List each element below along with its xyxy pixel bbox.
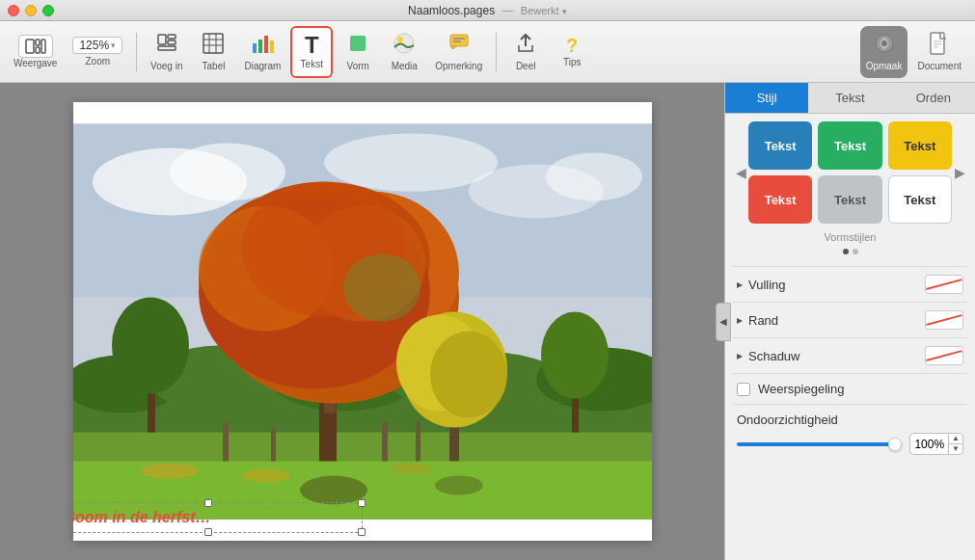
opmaak-button[interactable]: Opmaak xyxy=(860,26,908,78)
tree-image xyxy=(73,102,652,541)
svg-rect-15 xyxy=(264,36,268,53)
schaduw-swatch[interactable] xyxy=(925,346,963,365)
vulling-swatch[interactable] xyxy=(925,275,963,294)
canvas-area[interactable]: Boom in de herfst… xyxy=(0,83,724,560)
svg-point-68 xyxy=(141,464,199,479)
traffic-lights xyxy=(8,5,54,16)
minimize-button[interactable] xyxy=(25,5,37,16)
page-canvas[interactable]: Boom in de herfst… xyxy=(73,102,652,541)
vorm-icon xyxy=(346,32,369,59)
media-button[interactable]: Media xyxy=(383,26,425,78)
view-button[interactable] xyxy=(18,35,53,58)
diagram-label: Diagram xyxy=(244,61,281,71)
svg-point-69 xyxy=(242,469,290,483)
vulling-row[interactable]: ▶ Vulling xyxy=(733,266,967,302)
dot-2 xyxy=(853,249,858,254)
style-next-button[interactable]: ▶ xyxy=(952,165,967,180)
svg-rect-7 xyxy=(158,46,176,50)
vorm-button[interactable]: Vorm xyxy=(337,26,379,78)
toolbar: Weergave 125% ▾ Zoom Voeg in xyxy=(0,21,975,83)
window-title: Naamloos.pages — Bewerkt ▾ xyxy=(408,4,567,17)
schaduw-expand-icon: ▶ xyxy=(737,352,743,360)
svg-point-70 xyxy=(392,464,430,475)
opacity-decrement[interactable]: ▼ xyxy=(949,444,962,454)
tab-tekst[interactable]: Tekst xyxy=(808,83,891,113)
view-control[interactable]: Weergave xyxy=(8,26,63,78)
diagram-icon xyxy=(251,32,274,59)
style-grid: Tekst Tekst Tekst Tekst Tekst xyxy=(748,121,952,224)
schaduw-row[interactable]: ▶ Schaduw xyxy=(733,337,967,373)
svg-rect-3 xyxy=(41,40,45,53)
svg-rect-66 xyxy=(572,399,579,433)
svg-rect-5 xyxy=(168,35,176,39)
svg-rect-1 xyxy=(36,40,40,45)
selection-handle-tc xyxy=(204,499,212,507)
opacity-thumb[interactable] xyxy=(888,438,902,451)
tekst-button[interactable]: T Tekst xyxy=(290,26,333,78)
rand-row[interactable]: ▶ Rand xyxy=(733,302,967,337)
svg-rect-64 xyxy=(148,394,155,433)
dot-1 xyxy=(843,249,849,254)
weergave-label: Weergave xyxy=(14,58,57,68)
weerspiegeling-checkbox[interactable] xyxy=(737,383,750,396)
vulling-label: Vulling xyxy=(748,278,925,292)
document-icon xyxy=(929,32,950,59)
style-btn-gray[interactable]: Tekst xyxy=(818,175,881,224)
separator-1 xyxy=(136,33,137,71)
panel-content: ◀ Tekst Tekst Tekst Tekst Tekst xyxy=(725,114,975,560)
rand-swatch[interactable] xyxy=(925,310,963,330)
tab-stijl[interactable]: Stijl xyxy=(725,83,808,113)
selection-handle-br xyxy=(358,528,366,536)
style-btn-red[interactable]: Tekst xyxy=(748,175,812,224)
close-button[interactable] xyxy=(8,5,19,16)
svg-rect-8 xyxy=(203,34,223,53)
panel-collapse-button[interactable]: ◀ xyxy=(716,303,731,341)
svg-rect-14 xyxy=(258,40,262,53)
opacity-stepper: ▲ ▼ xyxy=(948,434,962,454)
svg-point-19 xyxy=(397,37,403,42)
svg-point-18 xyxy=(394,34,414,53)
style-buttons-section: ◀ Tekst Tekst Tekst Tekst Tekst xyxy=(733,121,967,224)
tab-orden[interactable]: Orden xyxy=(892,83,975,113)
voeg-in-button[interactable]: Voeg in xyxy=(145,26,188,78)
opacity-value[interactable]: 100% xyxy=(910,436,948,453)
voeg-in-icon xyxy=(155,32,178,59)
vormstijlen-label: Vormstijlen xyxy=(733,231,967,243)
svg-marker-23 xyxy=(450,46,456,49)
voeg-in-label: Voeg in xyxy=(150,61,182,71)
tips-label: Tips xyxy=(563,57,582,67)
svg-rect-0 xyxy=(26,40,34,53)
tabel-button[interactable]: Tabel xyxy=(192,26,234,78)
style-btn-yellow[interactable]: Tekst xyxy=(888,121,952,170)
rand-label: Rand xyxy=(748,313,925,328)
rand-swatch-line xyxy=(926,314,961,326)
diagram-button[interactable]: Diagram xyxy=(238,26,286,78)
svg-point-33 xyxy=(170,144,285,201)
opacity-increment[interactable]: ▲ xyxy=(949,434,962,444)
svg-point-25 xyxy=(881,40,887,46)
schaduw-swatch-line xyxy=(926,350,961,361)
style-prev-button[interactable]: ◀ xyxy=(733,165,748,180)
opacity-controls: 100% ▲ ▼ xyxy=(737,433,963,455)
deel-button[interactable]: Deel xyxy=(504,26,547,78)
tekst-label: Tekst xyxy=(301,59,323,69)
fullscreen-button[interactable] xyxy=(42,5,54,16)
svg-rect-4 xyxy=(158,35,166,44)
opmaak-icon xyxy=(873,32,896,59)
svg-point-36 xyxy=(546,153,642,201)
opacity-row: Ondoorzichtigheid 100% ▲ ▼ xyxy=(733,404,967,463)
style-btn-green[interactable]: Tekst xyxy=(818,121,881,170)
opacity-slider[interactable] xyxy=(737,442,902,446)
style-btn-white[interactable]: Tekst xyxy=(888,175,952,224)
style-btn-blue[interactable]: Tekst xyxy=(748,121,812,170)
opacity-value-box: 100% ▲ ▼ xyxy=(909,433,963,455)
zoom-control[interactable]: 125% ▾ Zoom xyxy=(67,26,128,78)
opmerking-button[interactable]: Opmerking xyxy=(429,26,488,78)
svg-rect-16 xyxy=(270,40,274,53)
zoom-value[interactable]: 125% ▾ xyxy=(72,37,122,54)
tips-button[interactable]: ? Tips xyxy=(551,26,593,78)
document-button[interactable]: Document xyxy=(911,26,967,78)
caption-box[interactable]: Boom in de herfst… xyxy=(73,502,363,533)
tips-icon: ? xyxy=(566,36,578,55)
weerspiegeling-row: Weerspiegeling xyxy=(733,373,967,404)
